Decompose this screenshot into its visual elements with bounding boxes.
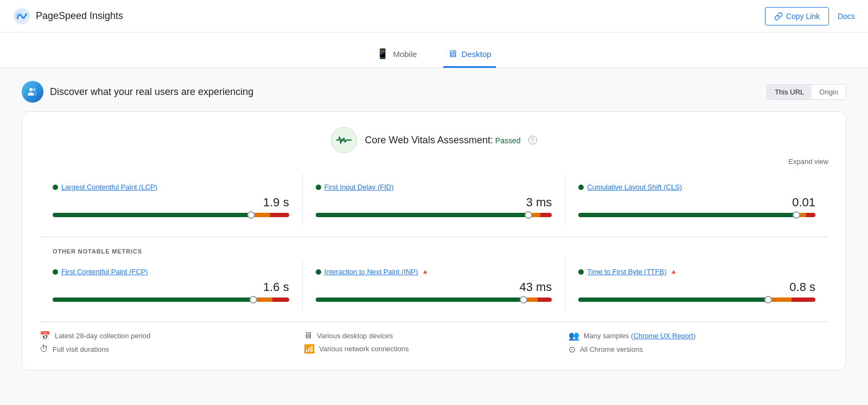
footer-col2: 🖥 Various desktop devices 📶 Various netw… [304, 331, 564, 355]
footer-chrome-versions: ⊙ All Chrome versions [569, 344, 828, 355]
calendar-icon: 📅 [40, 331, 50, 341]
metric-name-fcp[interactable]: First Contentful Paint (FCP) [61, 268, 148, 276]
progress-marker-ttfb [764, 296, 772, 303]
metric-label-ttfb: Time to First Byte (TTFB) 🔺 [578, 268, 815, 276]
other-notable-label: OTHER NOTABLE METRICS [40, 248, 828, 255]
footer-network: 📶 Various network connections [304, 344, 564, 354]
metric-label-fid: First Input Delay (FID) [316, 183, 552, 191]
cwv-title: Core Web Vitals Assessment: Passed [365, 135, 520, 146]
tab-desktop[interactable]: 🖥 Desktop [443, 42, 496, 68]
other-metrics-grid: First Contentful Paint (FCP) 1.6 s [40, 259, 828, 311]
progress-bar-cls [578, 213, 815, 217]
metric-name-inp[interactable]: Interaction to Next Paint (INP) [324, 268, 418, 276]
metric-name-lcp[interactable]: Largest Contentful Paint (LCP) [61, 183, 157, 191]
footer-desktop-devices: 🖥 Various desktop devices [304, 331, 564, 340]
footer-visit-durations: ⏱ Full visit durations [40, 344, 299, 354]
pagespeed-logo [13, 8, 30, 25]
metric-label-cls: Cumulative Layout Shift (CLS) [578, 183, 815, 191]
footer-col1: 📅 Latest 28-day collection period ⏱ Full… [40, 331, 299, 355]
cwv-header: Core Web Vitals Assessment: Passed ? [40, 127, 828, 153]
chrome-icon: ⊙ [569, 344, 576, 355]
header: PageSpeed Insights Copy Link Docs [0, 0, 868, 33]
metric-value-fcp: 1.6 s [53, 280, 289, 294]
section-header: Discover what your real users are experi… [22, 81, 846, 103]
waveform-icon [336, 135, 352, 145]
section-avatar [22, 81, 43, 103]
tabs-bar: 📱 Mobile 🖥 Desktop [0, 33, 868, 68]
section-header-left: Discover what your real users are experi… [22, 81, 253, 103]
origin-button[interactable]: Origin [812, 85, 846, 99]
progress-track-inp [316, 298, 552, 302]
docs-link[interactable]: Docs [838, 12, 855, 21]
progress-track-fid [316, 213, 552, 217]
metric-lcp: Largest Contentful Paint (LCP) 1.9 s [40, 174, 303, 226]
footer-collection-period: 📅 Latest 28-day collection period [40, 331, 299, 341]
chrome-ux-report-link[interactable]: Chrome UX Report [633, 332, 693, 340]
metric-flag: 🔺 [669, 268, 678, 276]
progress-bar-fcp [53, 298, 289, 302]
bar-poor-fid [540, 213, 552, 217]
footer-samples: 👥 Many samples (Chrome UX Report) [569, 331, 828, 341]
main-content: Discover what your real users are experi… [0, 68, 868, 383]
tab-mobile[interactable]: 📱 Mobile [372, 41, 421, 68]
progress-marker-fcp [250, 296, 257, 303]
url-toggle: This URL Origin [767, 84, 846, 100]
wifi-icon: 📶 [304, 344, 315, 354]
section-title: Discover what your real users are experi… [50, 86, 253, 98]
metric-label-lcp: Largest Contentful Paint (LCP) [53, 183, 289, 191]
section-divider [40, 237, 828, 237]
copy-link-button[interactable]: Copy Link [765, 7, 829, 26]
metric-name-fid[interactable]: First Input Delay (FID) [324, 183, 394, 191]
footer-col3: 👥 Many samples (Chrome UX Report) ⊙ All … [569, 331, 828, 355]
bar-poor-cls [806, 213, 815, 217]
metric-value-lcp: 1.9 s [53, 195, 289, 210]
metric-dot-lcp [53, 185, 58, 190]
progress-marker-lcp [247, 211, 255, 219]
metric-dot-fid [316, 185, 321, 190]
cwv-info-icon[interactable]: ? [528, 136, 537, 144]
mobile-icon: 📱 [376, 48, 388, 60]
progress-bar-inp [316, 298, 552, 302]
cwv-icon-container [331, 127, 357, 153]
monitor-icon: 🖥 [304, 331, 312, 340]
bar-good-inp [316, 298, 524, 302]
bar-good-cls [578, 213, 796, 217]
progress-bar-ttfb [578, 298, 815, 302]
metric-value-cls: 0.01 [578, 195, 815, 210]
header-actions: Copy Link Docs [765, 7, 855, 26]
metric-cls: Cumulative Layout Shift (CLS) 0.01 [565, 174, 828, 226]
bar-good-ttfb [578, 298, 768, 302]
progress-marker-inp [520, 296, 527, 303]
bar-poor-fcp [272, 298, 289, 302]
metric-value-ttfb: 0.8 s [578, 280, 815, 294]
users-icon [26, 85, 39, 98]
progress-bar-lcp [53, 213, 289, 217]
metric-name-ttfb[interactable]: Time to First Byte (TTFB) [587, 268, 666, 276]
metric-name-cls[interactable]: Cumulative Layout Shift (CLS) [587, 183, 682, 191]
this-url-button[interactable]: This URL [767, 85, 812, 99]
metric-inp: Interaction to Next Paint (INP) 🔺 43 ms [303, 259, 566, 311]
metric-fcp: First Contentful Paint (FCP) 1.6 s [40, 259, 303, 311]
progress-bar-fid [316, 213, 552, 217]
progress-marker-fid [525, 211, 532, 219]
cwv-card: Core Web Vitals Assessment: Passed ? Exp… [22, 111, 846, 370]
progress-track-ttfb [578, 298, 815, 302]
metric-value-fid: 3 ms [316, 195, 552, 210]
metric-dot-ttfb [578, 269, 584, 275]
metric-label-inp: Interaction to Next Paint (INP) 🔺 [316, 268, 552, 276]
samples-icon: 👥 [569, 331, 579, 341]
bar-poor-ttfb [792, 298, 815, 302]
bar-poor-lcp [270, 213, 289, 217]
bar-good-fcp [53, 298, 253, 302]
logo-area: PageSpeed Insights [13, 8, 123, 25]
progress-track-cls [578, 213, 815, 217]
app-title: PageSpeed Insights [36, 10, 123, 22]
footer-info: 📅 Latest 28-day collection period ⏱ Full… [40, 321, 828, 355]
desktop-icon: 🖥 [448, 48, 457, 60]
svg-point-1 [29, 88, 33, 91]
metric-value-inp: 43 ms [316, 280, 552, 294]
expand-view[interactable]: Expand view [40, 157, 828, 166]
core-metrics-grid: Largest Contentful Paint (LCP) 1.9 s [40, 174, 828, 226]
bar-good-fid [316, 213, 528, 217]
svg-point-2 [33, 88, 36, 91]
